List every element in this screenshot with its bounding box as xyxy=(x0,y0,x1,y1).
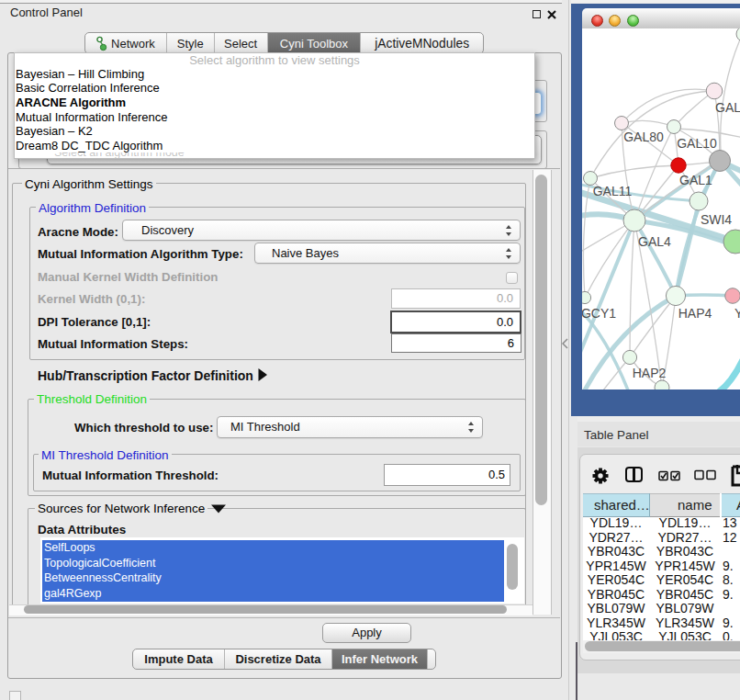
svg-text:GAL11: GAL11 xyxy=(593,184,633,198)
svg-text:Y: Y xyxy=(734,306,740,321)
svg-text:GAL4: GAL4 xyxy=(638,234,671,249)
svg-text:GCY1: GCY1 xyxy=(582,306,616,321)
svg-text:GAL: GAL xyxy=(715,100,740,115)
svg-text:HAP2: HAP2 xyxy=(633,366,667,380)
svg-text:GAL1: GAL1 xyxy=(679,173,712,187)
svg-text:GAL10: GAL10 xyxy=(677,136,717,151)
svg-text:SWI4: SWI4 xyxy=(701,212,732,227)
svg-text:GAL80: GAL80 xyxy=(623,130,664,144)
svg-text:HAP4: HAP4 xyxy=(678,306,712,321)
